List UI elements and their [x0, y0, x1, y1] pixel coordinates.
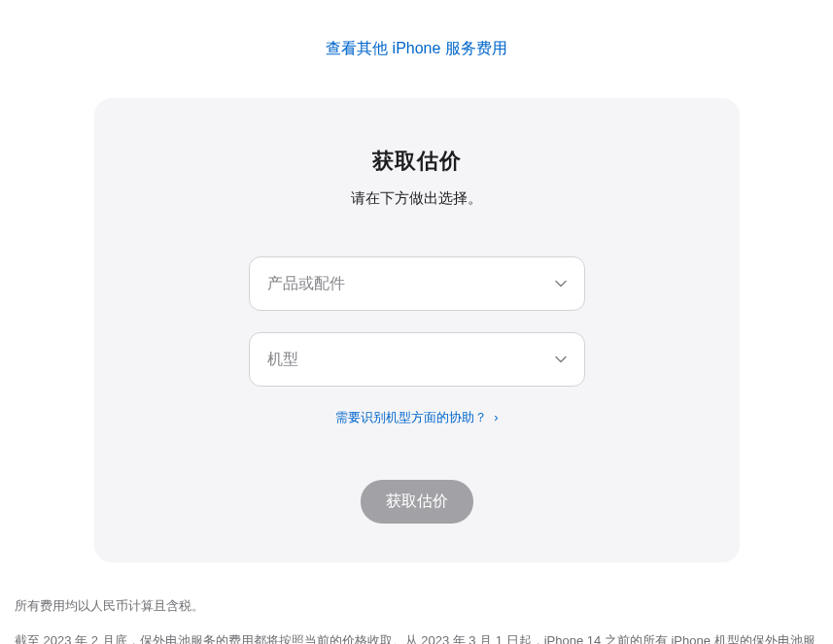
help-link-container: 需要识别机型方面的协助？ › — [133, 408, 701, 426]
product-select[interactable]: 产品或配件 — [249, 256, 585, 311]
card-subtitle: 请在下方做出选择。 — [133, 189, 701, 208]
product-select-placeholder: 产品或配件 — [267, 274, 345, 294]
chevron-down-icon — [555, 278, 567, 289]
chevron-right-icon: › — [494, 410, 498, 424]
card-title: 获取估价 — [133, 147, 701, 176]
footer-line-2: 截至 2023 年 2 月底，保外电池服务的费用都将按照当前的价格收取。从 20… — [10, 627, 823, 644]
view-other-services-link[interactable]: 查看其他 iPhone 服务费用 — [326, 40, 507, 56]
top-link-container: 查看其他 iPhone 服务费用 — [10, 39, 823, 59]
get-estimate-button[interactable]: 获取估价 — [361, 480, 473, 524]
estimate-card: 获取估价 请在下方做出选择。 产品或配件 机型 需要识别机型方面的协助？ › — [94, 98, 740, 562]
footer-line-1: 所有费用均以人民币计算且含税。 — [10, 592, 823, 621]
model-select[interactable]: 机型 — [249, 332, 585, 387]
chevron-down-icon — [555, 354, 567, 365]
footer-line-2-part1: 截至 2023 年 2 月底，保外电池服务的费用都将按照当前的价格收取。从 20… — [15, 633, 816, 644]
identify-model-help-link[interactable]: 需要识别机型方面的协助？ › — [335, 410, 499, 424]
model-select-placeholder: 机型 — [267, 350, 298, 370]
help-link-label: 需要识别机型方面的协助？ — [335, 410, 487, 424]
product-select-wrapper: 产品或配件 — [249, 256, 585, 311]
model-select-wrapper: 机型 — [249, 332, 585, 387]
